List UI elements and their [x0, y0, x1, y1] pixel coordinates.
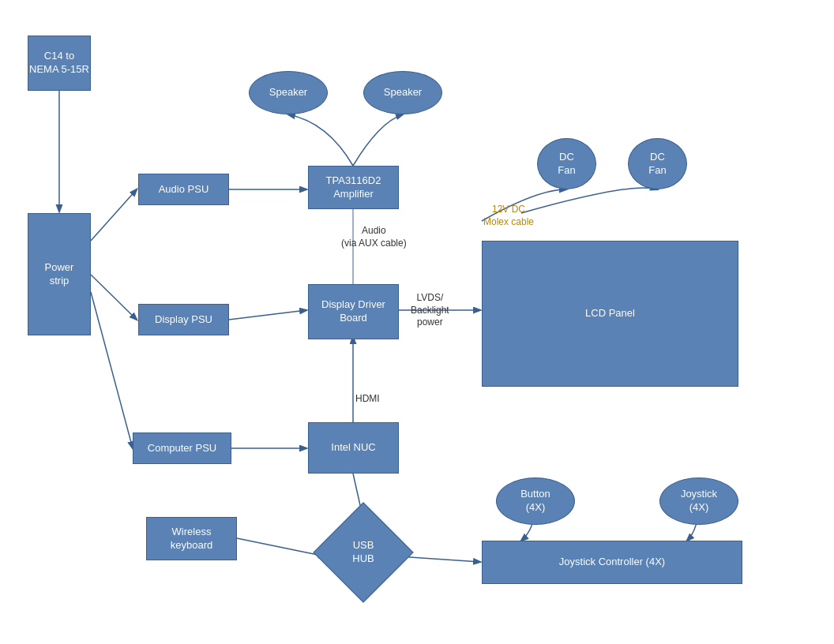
display-psu-box: Display PSU: [138, 304, 229, 335]
computer-psu-box: Computer PSU: [133, 432, 231, 464]
audio-psu-box: Audio PSU: [138, 174, 229, 205]
svg-line-11: [237, 538, 325, 556]
svg-line-1: [91, 189, 137, 241]
joystick-4x-ellipse: Joystick(4X): [659, 477, 738, 525]
wireless-keyboard-box: Wirelesskeyboard: [146, 517, 237, 560]
12v-label: 12V DCMolex cable: [483, 204, 534, 228]
power-strip-box: Powerstrip: [28, 213, 91, 335]
speaker1-ellipse: Speaker: [249, 71, 328, 114]
audio-label: Audio(via AUX cable): [341, 225, 407, 249]
tpa-amplifier-box: TPA3116D2Amplifier: [308, 166, 399, 209]
lcd-panel-box: LCD Panel: [482, 241, 738, 387]
speaker2-ellipse: Speaker: [363, 71, 442, 114]
usb-hub-diamond: USBHUB: [328, 517, 399, 588]
c14-box: C14 to NEMA 5-15R: [28, 36, 91, 91]
button-4x-ellipse: Button(4X): [496, 477, 575, 525]
joystick-controller-box: Joystick Controller (4X): [482, 541, 742, 584]
svg-line-5: [229, 310, 306, 320]
svg-line-3: [91, 292, 133, 448]
lvds-label: LVDS/Backlightpower: [411, 292, 449, 329]
dc-fan1-ellipse: DCFan: [537, 138, 596, 189]
diagram-container: C14 to NEMA 5-15R Powerstrip Audio PSU D…: [0, 0, 834, 644]
intel-nuc-box: Intel NUC: [308, 422, 399, 474]
svg-line-2: [91, 275, 137, 320]
display-driver-box: Display DriverBoard: [308, 284, 399, 339]
svg-line-10: [399, 556, 480, 562]
hdmi-label: HDMI: [355, 393, 380, 406]
dc-fan2-ellipse: DCFan: [628, 138, 687, 189]
